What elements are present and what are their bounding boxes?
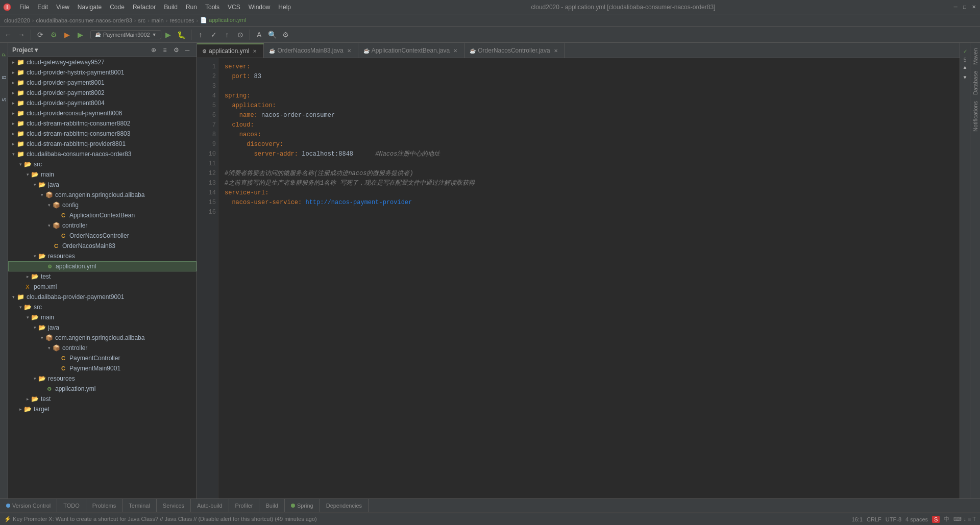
tab-ApplicationContextBean-java[interactable]: ☕ApplicationContextBean.java✕ — [358, 43, 464, 58]
tree-arrow-main[interactable]: ▾ — [24, 171, 31, 178]
tab-OrderNacosController-java[interactable]: ☕OrderNacosController.java✕ — [464, 43, 565, 58]
bottom-tab-build[interactable]: Build — [259, 499, 284, 512]
tree-arrow-cloud-gateway[interactable]: ▸ — [10, 59, 16, 65]
tab-OrderNacosMain83-java[interactable]: ☕OrderNacosMain83.java✕ — [264, 43, 358, 58]
tree-arrow-PaymentController[interactable] — [53, 355, 59, 361]
code-editor[interactable]: 12345678910111213141516 server: port: 83… — [197, 58, 960, 498]
bottom-tab-version-control[interactable]: Version Control — [0, 499, 57, 512]
tree-arrow-cloud-stream-rabbitmq-consumer8802[interactable]: ▸ — [10, 120, 16, 127]
breadcrumb-part-3[interactable]: src — [138, 17, 145, 23]
tree-arrow-main9001[interactable]: ▾ — [24, 314, 31, 320]
tab-close-application.yml[interactable]: ✕ — [251, 47, 258, 55]
tree-item-cloudalibaba-provider-payment9001[interactable]: ▾📁cloudalibaba-provider-payment9001 — [8, 292, 197, 302]
run-action-button[interactable]: ▶ — [162, 29, 175, 41]
menu-item-run[interactable]: Run — [182, 3, 201, 12]
tree-arrow-cloud-provider-hystrix[interactable]: ▸ — [10, 69, 16, 76]
tree-arrow-java[interactable]: ▾ — [32, 182, 38, 188]
translate-button[interactable]: A — [253, 29, 265, 41]
tree-item-main9001[interactable]: ▾📂main — [8, 312, 197, 322]
menu-item-vcs[interactable]: VCS — [224, 3, 244, 12]
tree-item-java[interactable]: ▾📂java — [8, 180, 197, 190]
tree-item-cloud-stream-rabbitmq-provider8801[interactable]: ▸📁cloud-stream-rabbitmq-provider8801 — [8, 139, 197, 149]
tree-item-resources[interactable]: ▾📂resources — [8, 251, 197, 261]
minimize-button[interactable]: ─ — [951, 3, 960, 11]
menu-item-code[interactable]: Code — [106, 3, 129, 12]
tree-arrow-resources9001[interactable]: ▾ — [32, 376, 38, 382]
menu-item-file[interactable]: File — [15, 3, 33, 12]
tree-item-src9001[interactable]: ▾📂src — [8, 302, 197, 312]
tree-arrow-cloud-provider-payment8002[interactable]: ▸ — [10, 90, 16, 96]
breadcrumb-part-6[interactable]: 📄 application.yml — [200, 17, 246, 23]
close-button[interactable]: ✕ — [970, 3, 978, 11]
tree-item-application.yml9001[interactable]: ⚙application.yml — [8, 384, 197, 394]
tree-item-test9001[interactable]: ▸📂test — [8, 394, 197, 404]
tree-arrow-cloud-provider-payment8001[interactable]: ▸ — [10, 80, 16, 86]
bottom-tab-dependencies[interactable]: Dependencies — [320, 499, 369, 512]
tree-arrow-cloud-stream-rabbitmq-provider8801[interactable]: ▸ — [10, 141, 16, 147]
tree-arrow-OrderNacosMain83[interactable] — [46, 243, 52, 249]
tree-item-resources9001[interactable]: ▾📂resources — [8, 373, 197, 384]
tree-arrow-application.yml9001[interactable] — [39, 386, 45, 392]
code-content[interactable]: server: port: 83 spring: application: na… — [218, 58, 960, 498]
menu-item-refactor[interactable]: Refactor — [129, 3, 160, 12]
tree-item-application.yml[interactable]: ⚙application.yml — [8, 261, 197, 271]
menu-item-help[interactable]: Help — [274, 3, 295, 12]
tree-arrow-target[interactable]: ▸ — [17, 406, 23, 412]
tree-item-cloud-stream-rabbitmq-consumer8802[interactable]: ▸📁cloud-stream-rabbitmq-consumer8802 — [8, 118, 197, 129]
status-position[interactable]: 16:1 — [852, 516, 863, 522]
bookmarks-icon[interactable]: B — [1, 67, 8, 88]
project-tool-settings[interactable]: ⚙ — [171, 45, 181, 55]
search-button[interactable]: 🔍 — [266, 29, 279, 41]
tab-close-ApplicationContextBean.java[interactable]: ✕ — [452, 47, 459, 54]
settings-button[interactable]: ⚙ — [280, 29, 292, 41]
bottom-tab-spring[interactable]: Spring — [285, 499, 320, 512]
menu-item-tools[interactable]: Tools — [201, 3, 224, 12]
tree-item-config[interactable]: ▾📦config — [8, 200, 197, 210]
tree-arrow-test9001[interactable]: ▸ — [24, 396, 31, 402]
debug-button[interactable]: ▶ — [61, 29, 73, 41]
tree-item-java9001[interactable]: ▾📂java — [8, 322, 197, 333]
project-icon[interactable]: P — [1, 45, 8, 65]
tree-arrow-cloudalibaba-consumer-nacos-order83[interactable]: ▾ — [10, 151, 16, 157]
tree-item-src[interactable]: ▾📂src — [8, 159, 197, 169]
tree-arrow-ApplicationContextBean[interactable] — [53, 212, 59, 218]
tree-item-cloud-provider-payment8002[interactable]: ▸📁cloud-provider-payment8002 — [8, 88, 197, 98]
refresh-button[interactable]: ⟳ — [34, 29, 46, 41]
tree-item-com.angenin9001[interactable]: ▾📦com.angenin.springcloud.alibaba — [8, 333, 197, 343]
structure-icon[interactable]: S — [1, 90, 8, 110]
tree-arrow-OrderNacosController[interactable] — [53, 233, 59, 239]
tree-item-com.angenin[interactable]: ▾📦com.angenin.springcloud.alibaba — [8, 190, 197, 200]
run-config-selector[interactable]: ☕ PaymentMain9002 ▼ — [90, 30, 161, 39]
tree-item-cloudalibaba-consumer-nacos-order83[interactable]: ▾📁cloudalibaba-consumer-nacos-order83 — [8, 149, 197, 159]
breadcrumb-part-1[interactable]: cloud2020 — [4, 17, 30, 23]
breadcrumb-part-4[interactable]: main — [152, 17, 164, 23]
tree-arrow-resources[interactable]: ▾ — [32, 253, 38, 259]
vcs-commit-button[interactable]: ✓ — [208, 29, 220, 41]
tree-arrow-PaymentMain9001[interactable] — [53, 365, 59, 371]
tab-close-OrderNacosController.java[interactable]: ✕ — [552, 47, 559, 54]
tree-arrow-config[interactable]: ▾ — [46, 202, 52, 208]
tree-item-cloud-gateway[interactable]: ▸📁cloud-gateway-gateway9527 — [8, 57, 197, 67]
tree-arrow-src[interactable]: ▾ — [17, 161, 23, 167]
vcs-update-button[interactable]: ↑ — [194, 29, 207, 41]
tree-item-cloud-provider-hystrix[interactable]: ▸📁cloud-provider-hystrix-payment8001 — [8, 67, 197, 78]
bottom-tab-terminal[interactable]: Terminal — [122, 499, 157, 512]
vcs-push-button[interactable]: ↑ — [221, 29, 233, 41]
debug-action-button[interactable]: 🐛 — [176, 29, 188, 41]
tree-item-target[interactable]: ▸📂target — [8, 404, 197, 414]
breadcrumb-part-5[interactable]: resources — [169, 17, 194, 23]
tree-arrow-controller[interactable]: ▾ — [46, 222, 52, 229]
tree-arrow-application.yml[interactable] — [39, 263, 45, 269]
tree-item-cloud-stream-rabbitmq-consumer8803[interactable]: ▸📁cloud-stream-rabbitmq-consumer8803 — [8, 129, 197, 139]
project-tool-collapse[interactable]: ≡ — [160, 45, 170, 55]
tree-item-cloud-provider-payment8001[interactable]: ▸📁cloud-provider-payment8001 — [8, 78, 197, 88]
database-panel-label[interactable]: Database — [971, 68, 979, 98]
tree-arrow-com.angenin[interactable]: ▾ — [39, 192, 45, 198]
tree-arrow-com.angenin9001[interactable]: ▾ — [39, 335, 45, 341]
bottom-tab-profiler[interactable]: Profiler — [229, 499, 260, 512]
tree-item-controller[interactable]: ▾📦controller — [8, 220, 197, 231]
breadcrumb-part-2[interactable]: cloudalibaba-consumer-nacos-order83 — [36, 17, 132, 23]
gutter-down-icon[interactable]: ▼ — [961, 73, 969, 81]
tree-arrow-cloud-provider-payment8004[interactable]: ▸ — [10, 100, 16, 106]
project-tool-scope[interactable]: ⊕ — [149, 45, 159, 55]
